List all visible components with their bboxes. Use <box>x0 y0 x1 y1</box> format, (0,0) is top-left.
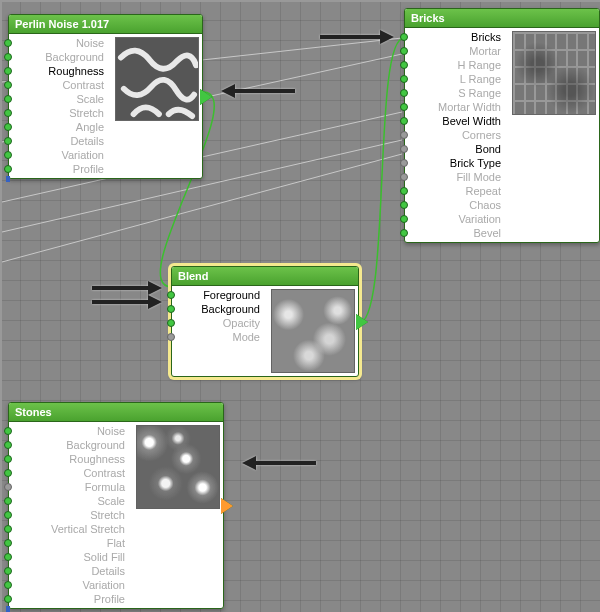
param-bond[interactable]: Bond <box>405 142 509 156</box>
node-bricks[interactable]: Bricks BricksMortarH RangeL RangeS Range… <box>404 8 600 243</box>
param-profile[interactable]: Profile <box>9 592 133 606</box>
param-bevel[interactable]: Bevel <box>405 226 509 240</box>
input-port[interactable] <box>400 47 408 55</box>
input-port[interactable] <box>400 215 408 223</box>
input-port[interactable] <box>4 441 12 449</box>
input-port[interactable] <box>400 103 408 111</box>
input-port[interactable] <box>167 333 175 341</box>
param-mortar[interactable]: Mortar <box>405 44 509 58</box>
param-variation[interactable]: Variation <box>9 578 133 592</box>
param-vertical-stretch[interactable]: Vertical Stretch <box>9 522 133 536</box>
param-list: ForegroundBackgroundOpacityMode <box>172 286 268 376</box>
input-port[interactable] <box>400 117 408 125</box>
param-variation[interactable]: Variation <box>9 148 112 162</box>
input-port[interactable] <box>400 131 408 139</box>
param-formula[interactable]: Formula <box>9 480 133 494</box>
input-port[interactable] <box>4 455 12 463</box>
param-h-range[interactable]: H Range <box>405 58 509 72</box>
input-port[interactable] <box>400 159 408 167</box>
input-port[interactable] <box>4 165 12 173</box>
input-port[interactable] <box>4 123 12 131</box>
param-background[interactable]: Background <box>9 50 112 64</box>
node-title[interactable]: Stones <box>9 403 223 422</box>
input-port[interactable] <box>4 567 12 575</box>
param-chaos[interactable]: Chaos <box>405 198 509 212</box>
param-contrast[interactable]: Contrast <box>9 78 112 92</box>
output-port[interactable] <box>356 314 368 330</box>
input-port[interactable] <box>400 201 408 209</box>
param-noise[interactable]: Noise <box>9 36 112 50</box>
param-contrast[interactable]: Contrast <box>9 466 133 480</box>
input-port[interactable] <box>400 61 408 69</box>
node-title[interactable]: Bricks <box>405 9 599 28</box>
input-port[interactable] <box>4 483 12 491</box>
input-port[interactable] <box>4 67 12 75</box>
node-title[interactable]: Blend <box>172 267 358 286</box>
input-port[interactable] <box>4 53 12 61</box>
node-stones[interactable]: Stones NoiseBackgroundRoughnessContrastF… <box>8 402 224 609</box>
param-fill-mode[interactable]: Fill Mode <box>405 170 509 184</box>
input-port[interactable] <box>167 291 175 299</box>
param-roughness[interactable]: Roughness <box>9 64 112 78</box>
param-details[interactable]: Details <box>9 564 133 578</box>
param-details[interactable]: Details <box>9 134 112 148</box>
node-title[interactable]: Perlin Noise 1.017 <box>9 15 202 34</box>
input-port[interactable] <box>400 145 408 153</box>
param-mode[interactable]: Mode <box>172 330 268 344</box>
param-angle[interactable]: Angle <box>9 120 112 134</box>
input-port[interactable] <box>4 581 12 589</box>
input-port[interactable] <box>4 469 12 477</box>
param-mortar-width[interactable]: Mortar Width <box>405 100 509 114</box>
node-blend[interactable]: Blend ForegroundBackgroundOpacityMode <box>171 266 359 377</box>
param-label: Formula <box>85 481 125 493</box>
input-port[interactable] <box>4 81 12 89</box>
param-stretch[interactable]: Stretch <box>9 508 133 522</box>
param-scale[interactable]: Scale <box>9 92 112 106</box>
input-port[interactable] <box>4 137 12 145</box>
input-port[interactable] <box>4 595 12 603</box>
param-background[interactable]: Background <box>172 302 268 316</box>
param-foreground[interactable]: Foreground <box>172 288 268 302</box>
input-port[interactable] <box>167 305 175 313</box>
param-roughness[interactable]: Roughness <box>9 452 133 466</box>
param-label: S Range <box>458 87 501 99</box>
input-port[interactable] <box>4 95 12 103</box>
input-port[interactable] <box>4 151 12 159</box>
input-port[interactable] <box>400 187 408 195</box>
param-opacity[interactable]: Opacity <box>172 316 268 330</box>
input-port[interactable] <box>4 427 12 435</box>
param-bevel-width[interactable]: Bevel Width <box>405 114 509 128</box>
input-port[interactable] <box>400 89 408 97</box>
input-port[interactable] <box>4 109 12 117</box>
input-port[interactable] <box>400 173 408 181</box>
param-noise[interactable]: Noise <box>9 424 133 438</box>
param-scale[interactable]: Scale <box>9 494 133 508</box>
param-stretch[interactable]: Stretch <box>9 106 112 120</box>
param-corners[interactable]: Corners <box>405 128 509 142</box>
param-background[interactable]: Background <box>9 438 133 452</box>
output-port[interactable] <box>221 498 233 514</box>
param-flat[interactable]: Flat <box>9 536 133 550</box>
output-port[interactable] <box>200 89 212 105</box>
input-port[interactable] <box>4 539 12 547</box>
param-profile[interactable]: Profile <box>9 162 112 176</box>
param-variation[interactable]: Variation <box>405 212 509 226</box>
param-s-range[interactable]: S Range <box>405 86 509 100</box>
param-label: Variation <box>458 213 501 225</box>
param-l-range[interactable]: L Range <box>405 72 509 86</box>
node-perlin-noise[interactable]: Perlin Noise 1.017 NoiseBackgroundRoughn… <box>8 14 203 179</box>
input-port[interactable] <box>400 75 408 83</box>
input-port[interactable] <box>4 511 12 519</box>
input-port[interactable] <box>400 229 408 237</box>
param-repeat[interactable]: Repeat <box>405 184 509 198</box>
param-solid-fill[interactable]: Solid Fill <box>9 550 133 564</box>
input-port[interactable] <box>4 497 12 505</box>
input-port[interactable] <box>4 39 12 47</box>
input-port[interactable] <box>400 33 408 41</box>
param-bricks[interactable]: Bricks <box>405 30 509 44</box>
input-port[interactable] <box>167 319 175 327</box>
param-brick-type[interactable]: Brick Type <box>405 156 509 170</box>
param-list: NoiseBackgroundRoughnessContrastScaleStr… <box>9 34 112 178</box>
input-port[interactable] <box>4 525 12 533</box>
input-port[interactable] <box>4 553 12 561</box>
